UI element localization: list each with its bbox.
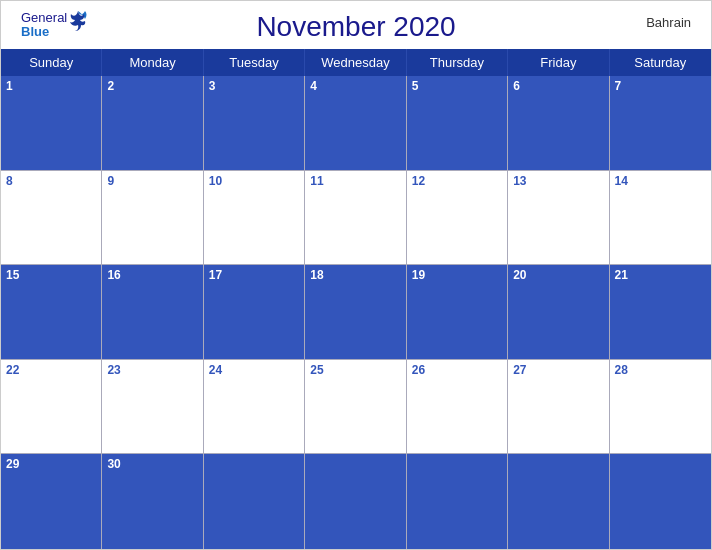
date-number: 28 (615, 363, 628, 377)
days-header: Sunday Monday Tuesday Wednesday Thursday… (1, 49, 711, 76)
calendar-cell: 16 (102, 265, 203, 360)
calendar-cell: 29 (1, 454, 102, 549)
date-number: 23 (107, 363, 120, 377)
calendar-cell: 12 (407, 171, 508, 266)
calendar-cell: 15 (1, 265, 102, 360)
calendar-cell: 24 (204, 360, 305, 455)
calendar-cell: 17 (204, 265, 305, 360)
date-number: 14 (615, 174, 628, 188)
date-number: 19 (412, 268, 425, 282)
calendar-cell: 27 (508, 360, 609, 455)
date-number: 7 (615, 79, 622, 93)
logo: General Blue (21, 11, 87, 40)
date-number: 20 (513, 268, 526, 282)
date-number: 11 (310, 174, 323, 188)
calendar-cell: 30 (102, 454, 203, 549)
calendar-cell: 14 (610, 171, 711, 266)
calendar-cell: 26 (407, 360, 508, 455)
calendar-cell: 5 (407, 76, 508, 171)
date-number: 13 (513, 174, 526, 188)
calendar-title: November 2020 (256, 11, 455, 43)
date-number: 29 (6, 457, 19, 471)
calendar-cell (305, 454, 406, 549)
logo-general-text: General (21, 11, 67, 25)
calendar-cell (610, 454, 711, 549)
calendar-cell: 18 (305, 265, 406, 360)
calendar-cell: 22 (1, 360, 102, 455)
calendar-cell (204, 454, 305, 549)
calendar-cell: 10 (204, 171, 305, 266)
date-number: 3 (209, 79, 216, 93)
calendar-cell: 4 (305, 76, 406, 171)
day-sunday: Sunday (1, 49, 102, 76)
calendar-cell (407, 454, 508, 549)
date-number: 1 (6, 79, 13, 93)
logo-bird-icon (69, 11, 87, 31)
calendar-cell: 6 (508, 76, 609, 171)
date-number: 17 (209, 268, 222, 282)
date-number: 24 (209, 363, 222, 377)
calendar-cell: 1 (1, 76, 102, 171)
day-tuesday: Tuesday (204, 49, 305, 76)
date-number: 8 (6, 174, 13, 188)
calendar-cell: 8 (1, 171, 102, 266)
day-wednesday: Wednesday (305, 49, 406, 76)
calendar-cell: 23 (102, 360, 203, 455)
date-number: 22 (6, 363, 19, 377)
calendar-cell: 20 (508, 265, 609, 360)
calendar-header: General Blue November 2020 Bahrain (1, 1, 711, 49)
date-number: 21 (615, 268, 628, 282)
date-number: 16 (107, 268, 120, 282)
day-saturday: Saturday (610, 49, 711, 76)
date-number: 27 (513, 363, 526, 377)
calendar-cell: 2 (102, 76, 203, 171)
date-number: 12 (412, 174, 425, 188)
date-number: 18 (310, 268, 323, 282)
day-friday: Friday (508, 49, 609, 76)
date-number: 25 (310, 363, 323, 377)
calendar-grid: 1234567891011121314151617181920212223242… (1, 76, 711, 549)
calendar-country: Bahrain (646, 15, 691, 30)
calendar-cell: 28 (610, 360, 711, 455)
calendar-cell: 13 (508, 171, 609, 266)
date-number: 9 (107, 174, 114, 188)
calendar-cell: 21 (610, 265, 711, 360)
calendar-cell: 19 (407, 265, 508, 360)
logo-blue-text: Blue (21, 25, 67, 39)
day-thursday: Thursday (407, 49, 508, 76)
date-number: 2 (107, 79, 114, 93)
date-number: 4 (310, 79, 317, 93)
date-number: 10 (209, 174, 222, 188)
date-number: 30 (107, 457, 120, 471)
date-number: 15 (6, 268, 19, 282)
calendar-cell: 11 (305, 171, 406, 266)
calendar-cell: 9 (102, 171, 203, 266)
calendar-cell: 25 (305, 360, 406, 455)
date-number: 5 (412, 79, 419, 93)
date-number: 6 (513, 79, 520, 93)
date-number: 26 (412, 363, 425, 377)
calendar-cell: 3 (204, 76, 305, 171)
day-monday: Monday (102, 49, 203, 76)
calendar-cell (508, 454, 609, 549)
calendar: General Blue November 2020 Bahrain Sunda… (0, 0, 712, 550)
calendar-cell: 7 (610, 76, 711, 171)
